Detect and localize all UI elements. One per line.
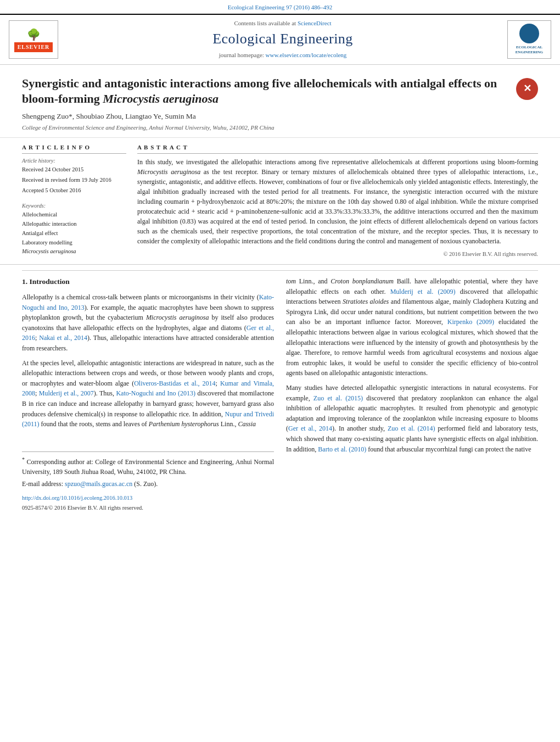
elsevier-tree-icon: 🌳 <box>27 27 41 42</box>
article-info-panel: A R T I C L E I N F O Article history: R… <box>22 143 126 259</box>
crossmark-icon[interactable]: ✕ <box>516 78 538 100</box>
intro-para1: Allelopathy is a chemical cross-talk bet… <box>22 292 274 354</box>
intro-heading: 1. Introduction <box>22 276 274 288</box>
abstract-section: A B S T R A C T In this study, we invest… <box>137 143 538 259</box>
right-column: tom Linn., and Croton bonplandianum Bail… <box>286 276 538 512</box>
journal-logo-text: ECOLOGICALENGINEERING <box>516 45 544 56</box>
doi-link[interactable]: http://dx.doi.org/10.1016/j.ecoleng.2016… <box>22 495 132 501</box>
ref-ger-2014[interactable]: Ger et al., 2014 <box>288 425 332 432</box>
footnote-corresponding: * Corresponding author at: College of En… <box>22 455 274 477</box>
ref-mulderij-2007[interactable]: Mulderij et al., 2007 <box>39 389 94 397</box>
keywords-label: Keywords: <box>22 202 126 210</box>
journal-homepage: journal homepage: www.elsevier.com/locat… <box>64 51 502 59</box>
journal-title: Ecological Engineering <box>64 29 502 49</box>
received-date: Received 24 October 2015 <box>22 166 126 174</box>
ref-barto[interactable]: Barto et al. (2010) <box>318 445 366 453</box>
article-title: Synergistic and antagonistic interaction… <box>22 76 509 107</box>
history-label: Article history: <box>22 157 126 165</box>
footnote-email: E-mail address: spzuo@mails.gucas.ac.cn … <box>22 479 274 489</box>
keyword-2: Allelopathic interaction <box>22 220 126 228</box>
issn-text: 0925-8574/© 2016 Elsevier B.V. All right… <box>22 504 274 512</box>
article-info-abstract: A R T I C L E I N F O Article history: R… <box>0 138 560 265</box>
and-text: and <box>476 208 485 215</box>
journal-logo-circle <box>519 24 539 43</box>
elsevier-label: ELSEVIER <box>14 42 53 52</box>
revised-date: Received in revised form 19 July 2016 <box>22 176 126 185</box>
article-title-row: Synergistic and antagonistic interaction… <box>22 76 538 107</box>
ref-zuo-2014[interactable]: Zuo et al. (2014) <box>388 425 435 432</box>
ref-mulderij-2009[interactable]: Mulderij et al. (2009) <box>390 288 456 295</box>
crossmark-badge[interactable]: ✕ <box>516 78 538 100</box>
intro-para2: At the species level, allelopathic antag… <box>22 358 274 429</box>
elsevier-logo: 🌳 ELSEVIER <box>9 20 58 59</box>
article-info-title: A R T I C L E I N F O <box>22 143 126 154</box>
ref-oliveros[interactable]: Oliveros-Bastidas et al., 2014 <box>134 380 215 387</box>
ref-kato-noguchi[interactable]: Kato-Noguchi and Ino, 2013 <box>22 293 274 311</box>
contents-available-text: Contents lists available at ScienceDirec… <box>64 19 502 27</box>
copyright-text: © 2016 Elsevier B.V. All rights reserved… <box>137 250 538 259</box>
journal-header: 🌳 ELSEVIER Contents lists available at S… <box>0 14 560 64</box>
body-content: 1. Introduction Allelopathy is a chemica… <box>0 276 560 523</box>
ref-kirpenko[interactable]: Kirpenko (2009) <box>447 318 494 326</box>
affiliation: College of Environmental Science and Eng… <box>22 124 538 132</box>
ref-kato-noguchi2[interactable]: Kato-Noguchi and Ino (2013) <box>116 389 195 397</box>
article-title-italic: Microcystis aeruginosa <box>103 92 219 105</box>
email-link[interactable]: spzuo@mails.gucas.ac.cn <box>65 480 132 488</box>
left-column: 1. Introduction Allelopathy is a chemica… <box>22 276 274 512</box>
sciencedirect-link[interactable]: ScienceDirect <box>298 20 332 26</box>
right-para1: tom Linn., and Croton bonplandianum Bail… <box>286 276 538 378</box>
article-header: Synergistic and antagonistic interaction… <box>0 65 560 138</box>
journal-info: Contents lists available at ScienceDirec… <box>64 19 502 59</box>
section-divider <box>22 270 538 271</box>
keyword-1: Allelochemical <box>22 211 126 219</box>
journal-ref-text: Ecological Engineering 97 (2016) 486–492 <box>228 4 333 10</box>
ref-nakai[interactable]: Nakai et al., 2014 <box>39 334 87 342</box>
keyword-4: Laboratory modelling <box>22 239 126 247</box>
keyword-5: Microcystis aeruginosa <box>22 248 126 256</box>
footnote-area: * Corresponding author at: College of En… <box>22 451 274 489</box>
right-para2: Many studies have detected allelopathic … <box>286 383 538 454</box>
keywords-section: Keywords: Allelochemical Allelopathic in… <box>22 202 126 255</box>
journal-reference-bar: Ecological Engineering 97 (2016) 486–492 <box>0 0 560 14</box>
keyword-3: Antialgal effect <box>22 230 126 238</box>
accepted-date: Accepted 5 October 2016 <box>22 187 126 195</box>
doi-area: http://dx.doi.org/10.1016/j.ecoleng.2016… <box>22 494 274 503</box>
ref-zuo-2015[interactable]: Zuo et al. (2015) <box>313 394 363 402</box>
authors: Shengpeng Zuo*, Shoubiao Zhou, Liangtao … <box>22 111 538 122</box>
journal-logo: ECOLOGICALENGINEERING <box>507 20 551 59</box>
abstract-text: In this study, we investigated the allel… <box>137 157 538 246</box>
ref-nupur[interactable]: Nupur and Trivedi (2011) <box>22 410 274 428</box>
homepage-url[interactable]: www.elsevier.com/locate/ecoleng <box>266 52 347 58</box>
abstract-title: A B S T R A C T <box>137 143 538 154</box>
